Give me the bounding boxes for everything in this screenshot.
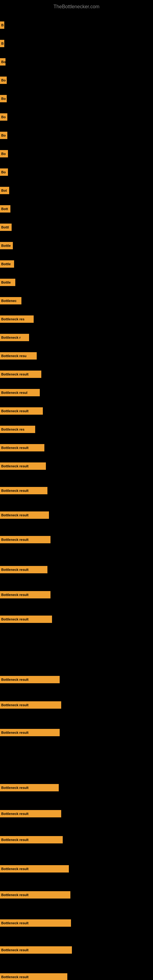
bar-row: Bottlenec <box>0 297 153 305</box>
bar-label: Bottleneck result <box>0 463 46 470</box>
bar-label: Bottleneck result <box>0 973 67 980</box>
bar-row: Bo <box>0 58 153 66</box>
bar-label: Bottleneck result <box>0 784 59 791</box>
bar-row: B <box>0 21 153 29</box>
bar-row: Bottleneck result <box>0 946 153 954</box>
bar-row: B <box>0 40 153 48</box>
bar-label: Bo <box>0 150 8 158</box>
bar-label: Bot <box>0 187 9 194</box>
bar-label: Bottleneck result <box>0 810 61 818</box>
bar-row: Bottleneck result <box>0 836 153 844</box>
bar-label: Bottleneck result <box>0 444 45 452</box>
bar-label: Bottleneck res <box>0 315 33 323</box>
bar-label: Bottleneck result <box>0 371 41 378</box>
bar-label: Bo <box>0 132 7 139</box>
bar-label: Bottleneck result <box>0 865 69 872</box>
bar-row: Bottleneck result <box>0 444 153 452</box>
bar-label: Bo <box>0 113 7 121</box>
bar-row: Bottleneck result <box>0 371 153 379</box>
bar-row: Bottleneck result <box>0 865 153 873</box>
bar-label: Bottleneck resul <box>0 389 40 396</box>
bar-label: Bottleneck resu <box>0 352 37 360</box>
site-title: TheBottlenecker.com <box>0 2 153 12</box>
bar-label: Bo <box>0 95 7 102</box>
bar-label: Bottle <box>0 242 13 249</box>
bar-label: Bottleneck res <box>0 426 35 433</box>
bar-row: Bottleneck result <box>0 701 153 709</box>
bar-label: Bottleneck result <box>0 566 48 573</box>
bar-row: Bottl <box>0 224 153 232</box>
bar-label: Bottleneck result <box>0 701 61 709</box>
bar-row: Bo <box>0 132 153 140</box>
bar-row: Bottle <box>0 279 153 286</box>
bar-row: Bottleneck resu <box>0 352 153 360</box>
bar-label: Bottleneck result <box>0 616 52 623</box>
bar-row: Bo <box>0 150 153 158</box>
bar-row: Bottleneck result <box>0 616 153 624</box>
bar-label: B <box>0 21 4 29</box>
bar-label: Bottle <box>0 279 15 286</box>
bar-row: Bottleneck result <box>0 407 153 415</box>
bar-row: Bott <box>0 205 153 213</box>
bar-row: Bottleneck result <box>0 729 153 737</box>
bar-row: Bot <box>0 187 153 195</box>
bar-row: Bottle <box>0 242 153 250</box>
bar-row: Bottle <box>0 260 153 268</box>
bar-label: Bottleneck result <box>0 836 63 843</box>
bar-label: Bott <box>0 205 10 213</box>
bar-row: Bottleneck result <box>0 891 153 899</box>
bar-row: Bottleneck result <box>0 536 153 544</box>
bar-label: Bottlenec <box>0 297 21 304</box>
bar-label: Bottleneck r <box>0 334 29 341</box>
bar-label: Bottle <box>0 260 14 268</box>
bar-row: Bottleneck r <box>0 334 153 342</box>
bar-row: Bo <box>0 95 153 103</box>
bar-label: Bo <box>0 76 7 84</box>
bar-row: Bottleneck res <box>0 426 153 434</box>
bar-row: Bottleneck result <box>0 810 153 818</box>
bar-row: Bottleneck result <box>0 973 153 980</box>
bar-label: Bottleneck result <box>0 487 48 494</box>
bar-label: Bottl <box>0 224 12 231</box>
bar-row: Bottleneck result <box>0 591 153 599</box>
bar-row: Bottleneck result <box>0 920 153 928</box>
bar-row: Bottleneck result <box>0 487 153 495</box>
bar-row: Bottleneck result <box>0 463 153 470</box>
bar-row: Bottleneck res <box>0 315 153 323</box>
bar-label: Bottleneck result <box>0 676 60 683</box>
bar-label: Bottleneck result <box>0 946 72 954</box>
bar-label: Bottleneck result <box>0 891 70 899</box>
bar-row: Bo <box>0 169 153 177</box>
bar-row: Bo <box>0 76 153 84</box>
bar-label: Bottleneck result <box>0 591 51 598</box>
bar-row: Bottleneck result <box>0 511 153 519</box>
bar-label: Bottleneck result <box>0 511 49 519</box>
bar-row: Bottleneck result <box>0 566 153 574</box>
bar-label: B <box>0 40 4 47</box>
bar-label: Bo <box>0 58 5 65</box>
bar-label: Bottleneck result <box>0 536 51 543</box>
bar-label: Bottleneck result <box>0 407 43 415</box>
bar-row: Bo <box>0 113 153 121</box>
bar-row: Bottleneck result <box>0 676 153 684</box>
bar-label: Bottleneck result <box>0 920 71 927</box>
bar-label: Bottleneck result <box>0 729 60 736</box>
bar-row: Bottleneck resul <box>0 389 153 397</box>
bar-row: Bottleneck result <box>0 784 153 792</box>
bar-label: Bo <box>0 169 8 176</box>
